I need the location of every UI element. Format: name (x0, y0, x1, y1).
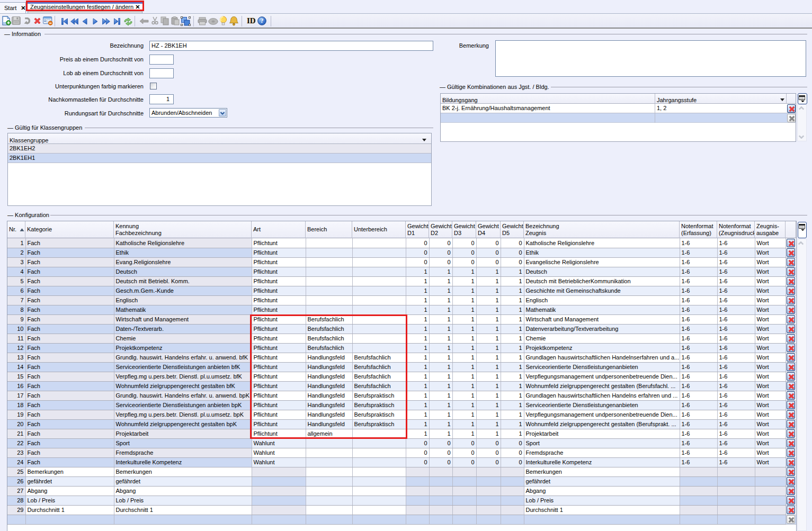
svg-text:?: ? (261, 17, 264, 24)
